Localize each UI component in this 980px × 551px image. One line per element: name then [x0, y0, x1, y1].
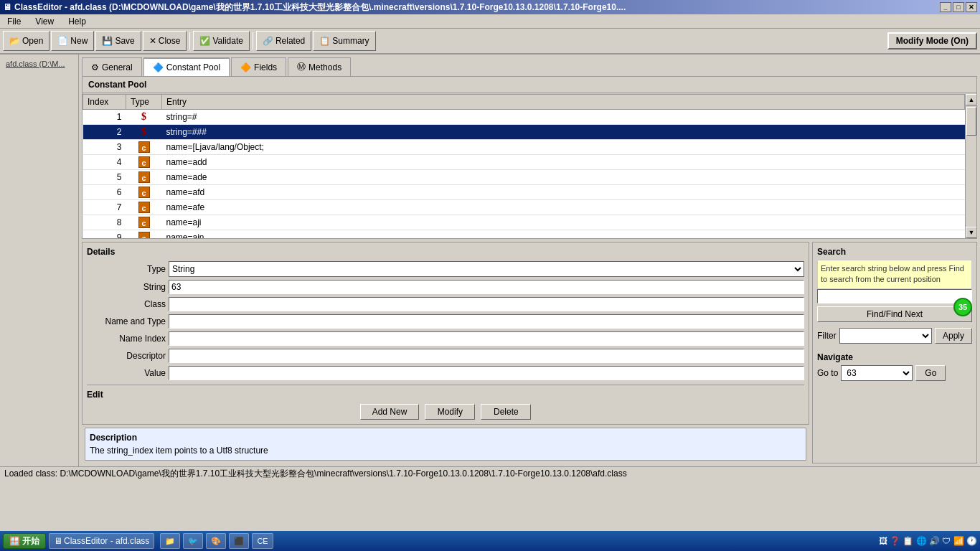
- sidebar-item-afd[interactable]: afd.class (D:\M...: [0, 57, 78, 70]
- search-hint: Enter search string below and press Find…: [817, 260, 972, 289]
- add-new-button[interactable]: Add New: [360, 404, 420, 420]
- search-input[interactable]: [817, 289, 972, 303]
- string-input[interactable]: [169, 280, 804, 294]
- taskbar-btn-2[interactable]: 🐦: [183, 533, 203, 549]
- status-bar: Loaded class: D:\MCDOWNLOAD\game\我的世界1.7…: [0, 466, 980, 481]
- go-button[interactable]: Go: [915, 365, 946, 381]
- filter-row: Filter Apply: [817, 328, 972, 344]
- descriptor-field-row: Descriptor: [87, 349, 804, 363]
- related-icon: 🔗: [263, 36, 273, 46]
- tabs: ⚙ General 🔷 Constant Pool 🔶 Fields Ⓜ Met…: [79, 55, 980, 76]
- minimize-button[interactable]: _: [940, 2, 951, 12]
- type-select[interactable]: String: [169, 261, 804, 277]
- edit-label: Edit: [87, 390, 804, 400]
- related-button[interactable]: 🔗 Related: [256, 31, 311, 51]
- menu-file[interactable]: File: [3, 15, 25, 28]
- table-scrollbar[interactable]: ▲ ▼: [965, 94, 976, 238]
- close-icon: ✕: [149, 36, 156, 46]
- close-button[interactable]: ✕ Close: [143, 31, 187, 51]
- status-text: Loaded class: D:\MCDOWNLOAD\game\我的世界1.7…: [4, 468, 627, 480]
- name-index-label: Name Index: [87, 334, 166, 344]
- value-field-row: Value: [87, 366, 804, 380]
- open-icon: 📂: [9, 36, 20, 46]
- menu-help[interactable]: Help: [64, 15, 90, 28]
- table-row[interactable]: 4cname=add: [83, 155, 965, 170]
- close-window-button[interactable]: ✕: [966, 2, 977, 12]
- table-row[interactable]: 9cname=ajn: [83, 230, 965, 239]
- filter-label: Filter: [817, 331, 837, 341]
- tab-fields[interactable]: 🔶 Fields: [231, 57, 286, 76]
- open-button[interactable]: 📂 Open: [3, 31, 50, 51]
- sidebar: afd.class (D:\M...: [0, 55, 79, 466]
- table-row[interactable]: 1$string=#: [83, 110, 965, 125]
- tab-panel: ⚙ General 🔷 Constant Pool 🔶 Fields Ⓜ Met…: [79, 55, 980, 466]
- maximize-button[interactable]: □: [953, 2, 964, 12]
- name-type-field-row: Name and Type: [87, 314, 804, 329]
- name-index-field-row: Name Index: [87, 331, 804, 346]
- descriptor-input[interactable]: [169, 349, 804, 363]
- constant-pool-header: Constant Pool: [83, 77, 976, 93]
- scroll-thumb[interactable]: [966, 107, 976, 136]
- modify-mode-button[interactable]: Modify Mode (On): [887, 32, 977, 50]
- methods-icon: Ⓜ: [297, 61, 306, 73]
- start-icon: 🪟: [9, 536, 20, 546]
- type-label: Type: [87, 264, 166, 274]
- taskbar-app-btn[interactable]: 🖥 ClassEditor - afd.class: [49, 533, 154, 549]
- delete-button[interactable]: Delete: [481, 404, 531, 420]
- title-bar: 🖥 ClassEditor - afd.class (D:\MCDOWNLOAD…: [0, 0, 980, 14]
- scroll-up-button[interactable]: ▲: [966, 94, 976, 105]
- taskbar-btn-5[interactable]: CE: [252, 533, 273, 549]
- general-icon: ⚙: [91, 62, 99, 72]
- class-label: Class: [87, 299, 166, 309]
- summary-icon: 📋: [319, 36, 330, 46]
- apply-button[interactable]: Apply: [935, 328, 972, 344]
- scroll-track[interactable]: [966, 105, 976, 227]
- title-bar-text: ClassEditor - afd.class (D:\MCDOWNLOAD\g…: [14, 1, 626, 14]
- find-button[interactable]: Find/Find Next: [817, 306, 972, 322]
- table-row[interactable]: 6cname=afd: [83, 185, 965, 200]
- summary-button[interactable]: 📋 Summary: [313, 31, 375, 51]
- tab-methods[interactable]: Ⓜ Methods: [288, 57, 351, 76]
- class-input[interactable]: [169, 297, 804, 311]
- table-row[interactable]: 2$string=###: [83, 125, 965, 140]
- name-type-label: Name and Type: [87, 316, 166, 326]
- taskbar-btn-3[interactable]: 🎨: [206, 533, 226, 549]
- menu-view[interactable]: View: [31, 15, 58, 28]
- descriptor-label: Descriptor: [87, 351, 166, 361]
- tab-constant-pool[interactable]: 🔷 Constant Pool: [143, 57, 230, 76]
- string-field-row: String: [87, 280, 804, 294]
- start-button[interactable]: 🪟 开始: [3, 533, 46, 549]
- save-button[interactable]: 💾 Save: [95, 31, 141, 51]
- app-icon: 🖥: [3, 2, 11, 12]
- class-field-row: Class: [87, 297, 804, 311]
- taskbar-right: 🖼 ❓ 📋 🌐 🔊 🛡 📶 🕐: [879, 536, 977, 546]
- name-type-input[interactable]: [169, 314, 804, 329]
- modify-button[interactable]: Modify: [425, 404, 475, 420]
- separator-2: [253, 32, 253, 50]
- taskbar-icon: 🖥: [54, 536, 62, 546]
- column-type: Type: [126, 95, 162, 110]
- tab-general[interactable]: ⚙ General: [82, 57, 142, 76]
- search-title: Search: [817, 247, 972, 257]
- validate-icon: ✅: [199, 36, 210, 46]
- taskbar-btn-1[interactable]: 📁: [160, 533, 180, 549]
- description-panel: Description The string_index item points…: [85, 428, 806, 461]
- taskbar-icons: 🖼 ❓ 📋 🌐 🔊 🛡 📶 🕐: [879, 536, 977, 546]
- filter-select[interactable]: [839, 328, 932, 344]
- name-index-input[interactable]: [169, 331, 804, 346]
- toolbar: 📂 Open 📄 New 💾 Save ✕ Close ✅ Validate 🔗…: [0, 29, 980, 55]
- details-title: Details: [87, 247, 804, 257]
- taskbar: 🪟 开始 🖥 ClassEditor - afd.class 📁 🐦 🎨 ⬛ C…: [0, 531, 980, 551]
- new-button[interactable]: 📄 New: [51, 31, 94, 51]
- goto-label: Go to: [817, 368, 838, 378]
- table-row[interactable]: 8cname=aji: [83, 215, 965, 230]
- table-row[interactable]: 7cname=afe: [83, 200, 965, 215]
- goto-select[interactable]: 63: [841, 365, 913, 381]
- scroll-down-button[interactable]: ▼: [966, 227, 976, 238]
- taskbar-btn-4[interactable]: ⬛: [229, 533, 249, 549]
- string-label: String: [87, 282, 166, 292]
- validate-button[interactable]: ✅ Validate: [193, 31, 249, 51]
- value-input[interactable]: [169, 366, 804, 380]
- table-row[interactable]: 3cname=[Ljava/lang/Object;: [83, 140, 965, 155]
- table-row[interactable]: 5cname=ade: [83, 170, 965, 185]
